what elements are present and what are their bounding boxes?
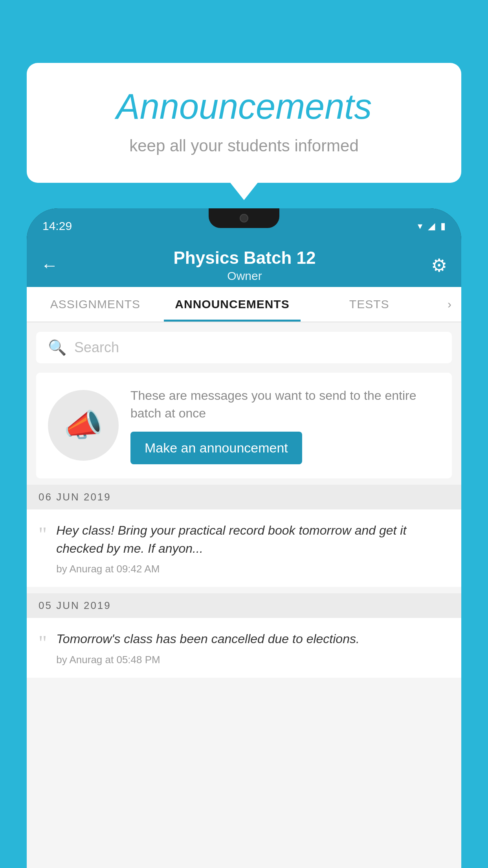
speech-bubble-section: Announcements keep all your students inf… [27,63,461,183]
phone-frame: 14:29 ▾ ◢ ▮ ← Physics Batch 12 Owner ⚙ A… [27,208,461,868]
announcement-right: These are messages you want to send to t… [130,387,440,464]
announcement-text-2: Tomorrow's class has been cancelled due … [56,630,449,648]
wifi-icon: ▾ [418,221,422,232]
make-announcement-button[interactable]: Make an announcement [130,432,302,464]
phone-mockup: 14:29 ▾ ◢ ▮ ← Physics Batch 12 Owner ⚙ A… [27,208,461,868]
search-placeholder: Search [74,339,119,356]
search-icon: 🔍 [48,339,66,356]
header-subtitle: Owner [174,269,316,283]
header-title: Physics Batch 12 [174,248,316,268]
header-title-block: Physics Batch 12 Owner [174,248,316,283]
quote-icon-1: " [39,524,47,545]
phone-content: 🔍 Search 📣 These are messages you want t… [27,322,461,868]
tab-tests[interactable]: TESTS [301,287,438,322]
status-time: 14:29 [42,219,72,233]
tab-assignments[interactable]: ASSIGNMENTS [27,287,164,322]
announcement-content-2: Tomorrow's class has been cancelled due … [56,630,449,666]
quote-icon-2: " [39,633,47,653]
announcement-content-1: Hey class! Bring your practical record b… [56,521,449,576]
announcement-text-1: Hey class! Bring your practical record b… [56,521,449,558]
announcement-item-2[interactable]: " Tomorrow's class has been cancelled du… [27,618,461,677]
announcement-meta-1: by Anurag at 09:42 AM [56,563,449,575]
notch [209,208,279,228]
back-button[interactable]: ← [41,256,58,275]
tabs-bar: ASSIGNMENTS ANNOUNCEMENTS TESTS › [27,287,461,322]
bubble-title: Announcements [58,86,430,127]
bubble-subtitle: keep all your students informed [58,136,430,155]
announcement-meta-2: by Anurag at 05:48 PM [56,654,449,666]
signal-icon: ◢ [428,221,435,232]
camera-cutout [240,214,248,223]
announcement-item-1[interactable]: " Hey class! Bring your practical record… [27,509,461,587]
status-bar: 14:29 ▾ ◢ ▮ [27,208,461,244]
date-separator-1: 06 JUN 2019 [27,485,461,509]
megaphone-icon: 📣 [64,407,103,444]
app-header: ← Physics Batch 12 Owner ⚙ [27,244,461,287]
status-icons: ▾ ◢ ▮ [418,221,446,232]
speech-bubble: Announcements keep all your students inf… [27,63,461,183]
settings-button[interactable]: ⚙ [431,255,447,276]
battery-icon: ▮ [440,221,446,232]
date-separator-2: 05 JUN 2019 [27,593,461,618]
megaphone-circle: 📣 [48,390,119,461]
announcement-description: These are messages you want to send to t… [130,387,440,422]
search-bar[interactable]: 🔍 Search [36,332,452,363]
announcement-placeholder-card: 📣 These are messages you want to send to… [36,373,452,478]
tab-announcements[interactable]: ANNOUNCEMENTS [164,287,301,322]
tab-more[interactable]: › [438,298,461,311]
